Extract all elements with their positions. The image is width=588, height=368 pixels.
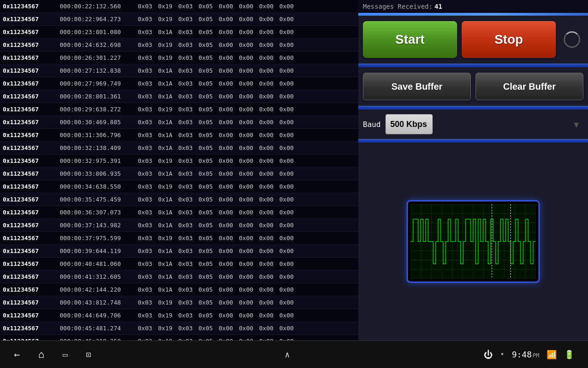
- byte-1: 0x19: [158, 325, 175, 332]
- spinner-area: [560, 21, 583, 58]
- byte-7: 0x00: [279, 132, 297, 138]
- timestamp: 000:00:30:469.885: [60, 119, 138, 126]
- byte-1: 0x19: [158, 312, 175, 319]
- stop-button[interactable]: Stop: [462, 21, 556, 58]
- byte-2: 0x03: [178, 209, 196, 216]
- byte-0: 0x03: [138, 93, 155, 100]
- timestamp: 000:00:24:632.698: [60, 41, 138, 48]
- save-buffer-button[interactable]: Save Buffer: [363, 73, 471, 100]
- home-button[interactable]: ⌂: [38, 349, 44, 360]
- timestamp: 000:00:45:481.274: [60, 325, 138, 332]
- byte-2: 0x03: [178, 3, 196, 10]
- ampm-display: PM: [533, 352, 539, 359]
- byte-6: 0x00: [259, 29, 277, 35]
- nav-bar: ← ⌂ ▭ ⊡ ∧ ⏻ • 9:48PM 📶 🔋: [0, 340, 588, 368]
- data-bytes: 0x03 0x19 0x03 0x05 0x00 0x00 0x00 0x00: [138, 41, 358, 48]
- chart-canvas: [411, 204, 536, 279]
- byte-7: 0x00: [279, 196, 297, 203]
- byte-1: 0x19: [158, 16, 175, 23]
- timestamp: 000:00:34:638.550: [60, 183, 138, 190]
- recent-apps-button[interactable]: ▭: [63, 350, 68, 359]
- data-bytes: 0x03 0x1A 0x03 0x05 0x00 0x00 0x00 0x00: [138, 29, 358, 35]
- byte-7: 0x00: [279, 222, 297, 229]
- byte-0: 0x03: [138, 260, 155, 267]
- byte-0: 0x03: [138, 299, 155, 306]
- byte-0: 0x03: [138, 325, 155, 332]
- byte-7: 0x00: [279, 80, 297, 87]
- clear-buffer-button[interactable]: Clear Buffer: [475, 73, 583, 100]
- byte-5: 0x00: [239, 286, 256, 293]
- byte-3: 0x05: [198, 93, 216, 100]
- byte-4: 0x00: [219, 29, 236, 35]
- byte-0: 0x03: [138, 41, 155, 48]
- table-row: 0x11234567 000:00:37:143.982 0x03 0x1A 0…: [0, 219, 358, 232]
- timestamp: 000:00:29:638.272: [60, 106, 138, 113]
- table-row: 0x11234567 000:00:34:638.550 0x03 0x19 0…: [0, 180, 358, 193]
- table-row: 0x11234567 000:00:27:132.838 0x03 0x1A 0…: [0, 64, 358, 77]
- table-row: 0x11234567 000:00:22:964.273 0x03 0x19 0…: [0, 13, 358, 26]
- byte-7: 0x00: [279, 299, 297, 306]
- byte-0: 0x03: [138, 312, 155, 319]
- byte-1: 0x1A: [158, 273, 175, 280]
- byte-7: 0x00: [279, 286, 297, 293]
- can-id: 0x11234567: [0, 67, 60, 74]
- data-bytes: 0x03 0x1A 0x03 0x05 0x00 0x00 0x00 0x00: [138, 80, 358, 87]
- log-panel: 0x11234567 000:00:22:132.560 0x03 0x19 0…: [0, 0, 358, 340]
- byte-5: 0x00: [239, 119, 256, 126]
- byte-4: 0x00: [219, 3, 236, 10]
- screenshot-button[interactable]: ⊡: [86, 350, 91, 359]
- table-row: 0x11234567 000:00:43:812.748 0x03 0x19 0…: [0, 296, 358, 309]
- byte-6: 0x00: [259, 41, 277, 48]
- buffer-section: Save Buffer Clear Buffer: [358, 67, 588, 107]
- data-bytes: 0x03 0x1A 0x03 0x05 0x00 0x00 0x00 0x00: [138, 132, 358, 138]
- can-id: 0x11234567: [0, 209, 60, 216]
- data-bytes: 0x03 0x19 0x03 0x05 0x00 0x00 0x00 0x00: [138, 54, 358, 61]
- back-button[interactable]: ←: [14, 349, 20, 360]
- timestamp: 000:00:26:301.227: [60, 54, 138, 61]
- nav-center: ∧: [285, 350, 290, 359]
- byte-1: 0x1A: [158, 119, 175, 126]
- byte-3: 0x05: [198, 170, 216, 177]
- byte-1: 0x19: [158, 54, 175, 61]
- can-id: 0x11234567: [0, 235, 60, 242]
- byte-5: 0x00: [239, 157, 256, 164]
- byte-2: 0x03: [178, 144, 196, 151]
- byte-4: 0x00: [219, 119, 236, 126]
- byte-4: 0x00: [219, 222, 236, 229]
- byte-3: 0x05: [198, 106, 216, 113]
- byte-0: 0x03: [138, 196, 155, 203]
- start-button[interactable]: Start: [363, 21, 457, 58]
- status-time: 9:48PM: [512, 350, 539, 359]
- baud-label: Baud: [363, 120, 381, 129]
- byte-0: 0x03: [138, 3, 155, 10]
- byte-2: 0x03: [178, 273, 196, 280]
- data-bytes: 0x03 0x19 0x03 0x05 0x00 0x00 0x00 0x00: [138, 183, 358, 190]
- data-bytes: 0x03 0x1A 0x03 0x05 0x00 0x00 0x00 0x00: [138, 222, 358, 229]
- byte-4: 0x00: [219, 286, 236, 293]
- byte-5: 0x00: [239, 16, 256, 23]
- byte-1: 0x19: [158, 183, 175, 190]
- byte-6: 0x00: [259, 260, 277, 267]
- timestamp: 000:00:23:801.080: [60, 29, 138, 35]
- byte-7: 0x00: [279, 325, 297, 332]
- byte-3: 0x05: [198, 222, 216, 229]
- data-bytes: 0x03 0x1A 0x03 0x05 0x00 0x00 0x00 0x00: [138, 93, 358, 100]
- baud-select[interactable]: 125 Kbps250 Kbps500 Kbps1 Mbps: [385, 114, 433, 134]
- can-id: 0x11234567: [0, 3, 60, 10]
- byte-0: 0x03: [138, 132, 155, 138]
- byte-7: 0x00: [279, 157, 297, 164]
- byte-7: 0x00: [279, 106, 297, 113]
- timestamp: 000:00:35:475.459: [60, 196, 138, 203]
- up-button[interactable]: ∧: [285, 350, 290, 359]
- can-id: 0x11234567: [0, 299, 60, 306]
- data-bytes: 0x03 0x19 0x03 0x05 0x00 0x00 0x00 0x00: [138, 299, 358, 306]
- timestamp: 000:00:40:481.060: [60, 260, 138, 267]
- byte-1: 0x19: [158, 106, 175, 113]
- byte-6: 0x00: [259, 144, 277, 151]
- byte-7: 0x00: [279, 273, 297, 280]
- byte-5: 0x00: [239, 41, 256, 48]
- byte-7: 0x00: [279, 29, 297, 35]
- timestamp: 000:00:39:644.119: [60, 247, 138, 254]
- byte-1: 0x1A: [158, 67, 175, 74]
- byte-5: 0x00: [239, 80, 256, 87]
